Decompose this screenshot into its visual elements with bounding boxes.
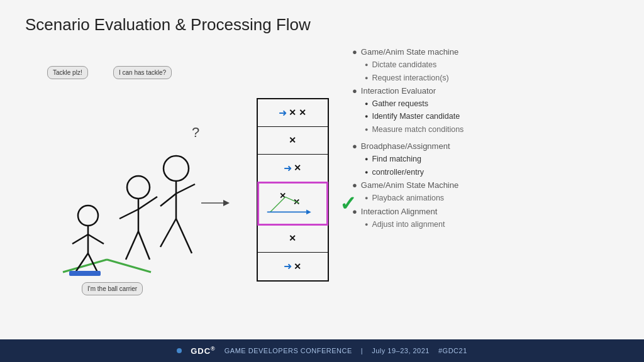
x-3: ✕ bbox=[294, 163, 301, 173]
bullet-list-area: Game/Anim State machine Dictate candidat… bbox=[346, 46, 619, 333]
bullet-1b-text: Request interaction(s) bbox=[372, 72, 448, 84]
svg-line-17 bbox=[160, 194, 176, 206]
bullet-3b: controller/entry bbox=[352, 167, 619, 178]
bullet-1: Game/Anim State machine bbox=[352, 46, 619, 58]
bullet-4-text: Game/Anim State Machine bbox=[361, 179, 458, 192]
arrow-1: ➜ bbox=[279, 107, 287, 119]
diagram-row-1: ➜ ✕ ✕ bbox=[258, 99, 328, 127]
bullet-3a: Find matching bbox=[352, 153, 619, 165]
svg-line-18 bbox=[176, 184, 195, 194]
footer-dot bbox=[177, 348, 182, 353]
footer-brand: GDC® bbox=[191, 346, 216, 356]
x-6: ✕ bbox=[294, 261, 301, 272]
bullet-2-text: Interaction Evaluator bbox=[361, 85, 436, 97]
svg-point-15 bbox=[164, 156, 189, 181]
bullet-1a: Dictate candidates bbox=[352, 59, 619, 71]
svg-point-9 bbox=[127, 176, 150, 199]
svg-line-11 bbox=[119, 209, 138, 219]
svg-line-6 bbox=[75, 253, 88, 272]
bullet-3a-text: Find matching bbox=[372, 153, 421, 165]
bullet-2c: Measure match conditions bbox=[352, 124, 619, 136]
bullet-5a-text: Adjust into alignment bbox=[372, 219, 445, 231]
bullet-1a-text: Dictate candidates bbox=[372, 59, 436, 71]
bullet-4a-text: Playback animations bbox=[372, 192, 444, 204]
bullet-3: Broadphase/Assignment bbox=[352, 140, 619, 153]
svg-line-14 bbox=[138, 231, 150, 260]
diagram-wrapper: ➜ ✕ ✕ ✕ ➜ ✕ bbox=[257, 98, 329, 282]
bullet-5: Interaction Alignment bbox=[352, 206, 619, 218]
svg-marker-22 bbox=[223, 200, 230, 206]
bullet-4a: Playback animations bbox=[352, 192, 619, 204]
diagram-row-5: ✕ bbox=[258, 225, 328, 253]
svg-point-2 bbox=[78, 206, 98, 226]
bullet-2c-text: Measure match conditions bbox=[372, 124, 464, 136]
illustration-area: Tackle plz! I can has tackle? bbox=[25, 46, 239, 333]
bullet-2b-text: Identify Master candidate bbox=[372, 111, 460, 123]
footer-tagline: GAME DEVELOPERS CONFERENCE bbox=[225, 347, 352, 354]
diagram-box: ➜ ✕ ✕ ✕ ➜ ✕ bbox=[257, 98, 329, 282]
diagram-area: ➜ ✕ ✕ ✕ ➜ ✕ bbox=[252, 46, 333, 333]
svg-line-13 bbox=[126, 231, 138, 260]
slide-content: Scenario Evaluation & Processing Flow Ta… bbox=[0, 0, 644, 339]
bubble-carrier: I'm the ball carrier bbox=[82, 282, 143, 295]
svg-line-25 bbox=[270, 197, 285, 212]
x-1b: ✕ bbox=[299, 107, 306, 118]
arrow-6: ➜ bbox=[284, 260, 292, 272]
x-1a: ✕ bbox=[289, 107, 296, 118]
slide: Scenario Evaluation & Processing Flow Ta… bbox=[0, 0, 644, 362]
diagram-row-4-highlighted: ✕ ✕ ✓ bbox=[257, 182, 328, 226]
stick-figure-illustration bbox=[25, 46, 239, 304]
footer: GDC® GAME DEVELOPERS CONFERENCE | July 1… bbox=[0, 339, 644, 362]
diagram-row-6: ➜ ✕ bbox=[258, 253, 328, 280]
bullet-3b-text: controller/entry bbox=[372, 167, 424, 178]
bullet-1-text: Game/Anim State machine bbox=[361, 46, 458, 58]
svg-line-4 bbox=[72, 234, 88, 244]
slide-title: Scenario Evaluation & Processing Flow bbox=[25, 15, 619, 35]
bullet-5a: Adjust into alignment bbox=[352, 219, 619, 231]
svg-rect-8 bbox=[69, 271, 101, 276]
bullet-2: Interaction Evaluator bbox=[352, 85, 619, 97]
bullet-3-text: Broadphase/Assignment bbox=[361, 140, 450, 153]
bullet-4: Game/Anim State Machine bbox=[352, 179, 619, 192]
svg-line-0 bbox=[63, 260, 107, 272]
x-2: ✕ bbox=[289, 135, 296, 145]
footer-hashtag: #GDC21 bbox=[438, 347, 467, 354]
main-area: Tackle plz! I can has tackle? bbox=[25, 46, 619, 333]
svg-line-5 bbox=[88, 234, 104, 244]
svg-line-1 bbox=[107, 260, 151, 272]
bullet-2a-text: Gather requests bbox=[372, 98, 428, 110]
svg-line-20 bbox=[176, 219, 192, 253]
check-mark: ✓ bbox=[340, 192, 357, 216]
diagram-row-2: ✕ bbox=[258, 127, 328, 155]
svg-line-19 bbox=[160, 219, 176, 247]
arrow-3: ➜ bbox=[284, 162, 292, 174]
diagram-row-3: ➜ ✕ bbox=[258, 155, 328, 182]
bullet-5-text: Interaction Alignment bbox=[361, 206, 437, 218]
footer-date: July 19–23, 2021 bbox=[372, 347, 430, 354]
bullet-2b: Identify Master candidate bbox=[352, 111, 619, 123]
x-5: ✕ bbox=[289, 233, 296, 243]
bullet-2a: Gather requests bbox=[352, 98, 619, 110]
question-mark: ? bbox=[192, 124, 199, 141]
footer-separator: | bbox=[361, 347, 363, 354]
svg-marker-28 bbox=[306, 209, 311, 214]
highlight-row-svg: ✕ ✕ bbox=[264, 187, 321, 220]
bullet-1b: Request interaction(s) bbox=[352, 72, 619, 84]
